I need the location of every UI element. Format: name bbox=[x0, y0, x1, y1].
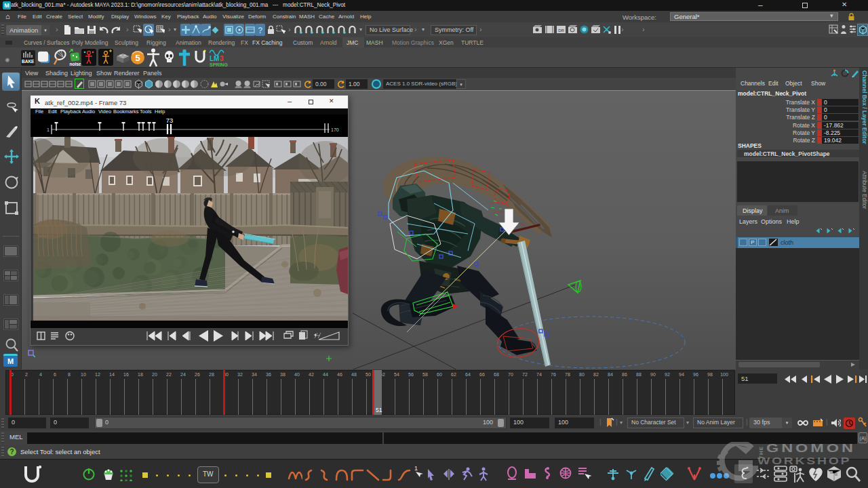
svg-text:60: 60 bbox=[437, 372, 442, 377]
svg-text:76: 76 bbox=[551, 372, 556, 377]
svg-text:84: 84 bbox=[608, 372, 613, 377]
svg-text:56: 56 bbox=[408, 372, 414, 377]
svg-text:10: 10 bbox=[81, 372, 86, 377]
svg-text:86: 86 bbox=[622, 372, 627, 377]
svg-text:42: 42 bbox=[309, 372, 314, 377]
svg-text:2: 2 bbox=[25, 372, 28, 377]
svg-text:5: 5 bbox=[135, 53, 140, 63]
svg-text:66: 66 bbox=[479, 372, 485, 377]
svg-text:28: 28 bbox=[209, 372, 214, 377]
svg-text:98: 98 bbox=[707, 372, 713, 377]
svg-text:73: 73 bbox=[166, 117, 174, 124]
svg-text:1: 1 bbox=[414, 465, 418, 472]
svg-text:170: 170 bbox=[331, 127, 339, 132]
svg-text:44: 44 bbox=[323, 372, 328, 377]
svg-text:4: 4 bbox=[39, 372, 42, 377]
svg-text:50: 50 bbox=[366, 372, 371, 377]
svg-text:12: 12 bbox=[95, 372, 100, 377]
svg-text:62: 62 bbox=[451, 372, 456, 377]
svg-text:?: ? bbox=[258, 26, 262, 35]
svg-text:6: 6 bbox=[54, 372, 56, 377]
svg-text:22: 22 bbox=[166, 372, 172, 377]
svg-text:72: 72 bbox=[522, 372, 528, 377]
svg-text:80: 80 bbox=[579, 372, 585, 377]
svg-text:48: 48 bbox=[351, 372, 357, 377]
svg-text:100: 100 bbox=[720, 372, 728, 377]
svg-text:LM: LM bbox=[210, 55, 219, 62]
svg-text:94: 94 bbox=[679, 372, 684, 377]
svg-text:82: 82 bbox=[593, 372, 599, 377]
svg-text:46: 46 bbox=[337, 372, 342, 377]
svg-text:34: 34 bbox=[252, 372, 257, 377]
svg-text:18: 18 bbox=[138, 372, 143, 377]
svg-text:64: 64 bbox=[465, 372, 471, 377]
svg-text:54: 54 bbox=[394, 372, 399, 377]
svg-text:1: 1 bbox=[47, 127, 50, 132]
svg-text:40: 40 bbox=[294, 372, 300, 377]
svg-text:DR: DR bbox=[558, 28, 564, 33]
svg-text:68: 68 bbox=[494, 372, 499, 377]
svg-text:51: 51 bbox=[376, 407, 382, 413]
svg-text:88: 88 bbox=[636, 372, 642, 377]
svg-text:8: 8 bbox=[68, 372, 71, 377]
svg-text:16: 16 bbox=[123, 372, 129, 377]
svg-text:noise: noise bbox=[70, 62, 81, 66]
svg-text:96: 96 bbox=[693, 372, 698, 377]
svg-text:78: 78 bbox=[565, 372, 570, 377]
svg-text:38: 38 bbox=[280, 372, 285, 377]
svg-text:14: 14 bbox=[109, 372, 115, 377]
svg-text:90: 90 bbox=[650, 372, 656, 377]
svg-text:3: 3 bbox=[220, 55, 224, 62]
svg-text:58: 58 bbox=[422, 372, 428, 377]
svg-text:20: 20 bbox=[152, 372, 157, 377]
svg-text:32: 32 bbox=[237, 372, 243, 377]
svg-text:SPRING: SPRING bbox=[210, 62, 228, 67]
svg-text:92: 92 bbox=[665, 372, 670, 377]
svg-text:36: 36 bbox=[266, 372, 271, 377]
svg-text:74: 74 bbox=[536, 372, 542, 377]
svg-text:24: 24 bbox=[180, 372, 186, 377]
svg-text:26: 26 bbox=[195, 372, 200, 377]
svg-text:70: 70 bbox=[508, 372, 513, 377]
